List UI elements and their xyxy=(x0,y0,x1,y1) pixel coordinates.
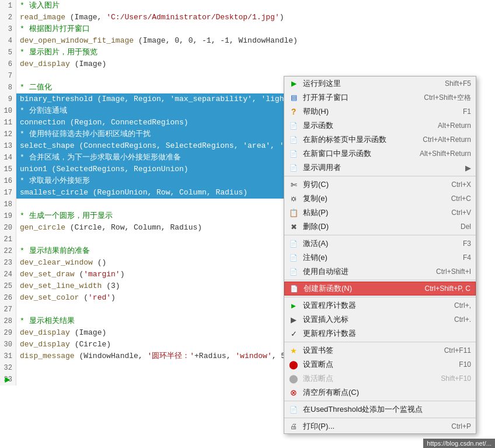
menu-item-label: 显示函数 xyxy=(303,120,333,131)
menu-item-label: 在UsedThreshold处添加一个监视点 xyxy=(303,404,423,415)
delete-icon: ✖ xyxy=(288,223,299,231)
line-number: 19 xyxy=(0,210,16,222)
menu-item-help[interactable]: ?帮助(H)F1 xyxy=(284,105,476,119)
menu-item-set-pc[interactable]: ►设置程序计数器Ctrl+, xyxy=(284,298,476,312)
line-number: 9 xyxy=(0,93,16,105)
menu-item-shortcut: Ctrl+Alt+Return xyxy=(423,136,471,144)
menu-item-set-breakpoint[interactable]: ⬤设置断点F10 xyxy=(284,357,476,371)
line-number: 2 xyxy=(0,12,16,23)
menu-item-shortcut: Ctrl+C xyxy=(451,195,471,203)
line-content: * 生成一个圆形，用于显示 xyxy=(16,210,113,222)
menu-item-open-subwindow[interactable]: ▤打开算子窗口Ctrl+Shift+空格 xyxy=(284,91,476,105)
menu-item-label: 设置程序计数器 xyxy=(303,300,356,311)
menu-item-show-func-newwin[interactable]: 📄在新窗口中显示函数Alt+Shift+Return xyxy=(284,147,476,161)
line-number: 5 xyxy=(0,47,16,58)
line-number: 23 xyxy=(0,257,16,269)
menu-item-new-function[interactable]: 📄创建新函数(N)Ctrl+Shift+P, C xyxy=(284,282,476,296)
line-number: 16 xyxy=(0,175,16,187)
menu-item-show-func-newtab[interactable]: 📄在新的标签页中显示函数Ctrl+Alt+Return xyxy=(284,133,476,147)
menu-item-label: 使用自动缩进 xyxy=(303,266,348,277)
line-content: dev_clear_window () xyxy=(16,257,106,269)
menu-item-auto-indent[interactable]: 📄使用自动缩进Ctrl+Shift+I xyxy=(284,265,476,279)
menu-item-set-bookmark[interactable]: ★设置书签Ctrl+F11 xyxy=(284,343,476,357)
line-content: * 显示结果前的准备 xyxy=(16,245,90,257)
menu-item-activate[interactable]: 📄激活(A)F3 xyxy=(284,237,476,251)
line-content: * 分割连通域 xyxy=(16,105,297,117)
line-content: * 二值化 xyxy=(16,82,52,93)
menu-item-update-pc[interactable]: ✓更新程序计数器 xyxy=(284,327,476,341)
doc-icon: 📄 xyxy=(288,240,299,248)
line-number: 11 xyxy=(0,117,16,129)
line-content: dev_set_color ('red') xyxy=(16,292,116,304)
line-content: * 根据图片打开窗口 xyxy=(16,23,90,35)
menu-item-shortcut: Ctrl+. xyxy=(454,315,471,324)
triangle-icon: ▶ xyxy=(288,315,299,324)
help-icon: ? xyxy=(288,107,299,116)
line-number: 28 xyxy=(0,315,16,327)
line-number: 6 xyxy=(0,58,16,70)
menu-item-label: 帮助(H) xyxy=(303,106,329,117)
cut-icon: ✄ xyxy=(288,180,299,189)
menu-item-label: 注销(e) xyxy=(303,252,327,263)
menu-item-shortcut: Del xyxy=(461,223,471,231)
menu-item-label: 复制(e) xyxy=(303,193,327,204)
menu-item-shortcut: Ctrl+X xyxy=(451,180,471,189)
line-number: 26 xyxy=(0,292,16,304)
menu-item-comment[interactable]: 📄注销(e)F4 xyxy=(284,251,476,265)
menu-item-shortcut: Ctrl+Shift+空格 xyxy=(424,93,471,103)
run-icon: ▶ xyxy=(288,79,299,88)
menu-item-shortcut: Alt+Return xyxy=(438,121,471,130)
program-counter-arrow: ► xyxy=(5,375,11,386)
context-menu[interactable]: ▶运行到这里Shift+F5▤打开算子窗口Ctrl+Shift+空格?帮助(H)… xyxy=(284,76,476,434)
menu-item-shortcut: Ctrl+V xyxy=(451,209,471,217)
doc-icon: 📄 xyxy=(288,164,299,172)
line-number: 21 xyxy=(0,234,16,245)
menu-item-delete[interactable]: ✖删除(D)Del xyxy=(284,220,476,234)
menu-item-label: 激活(A) xyxy=(303,238,328,249)
menu-item-shortcut: F1 xyxy=(463,107,471,116)
menu-item-shortcut: Ctrl+P xyxy=(451,422,471,430)
line-5: 5* 显示图片，用于预览 xyxy=(0,47,495,58)
menu-item-shortcut: F4 xyxy=(463,253,471,262)
red-circle-disabled-icon: ⬤ xyxy=(288,374,299,383)
menu-item-paste[interactable]: 📋粘贴(P)Ctrl+V xyxy=(284,206,476,220)
line-content: dev_set_draw ('margin') xyxy=(16,269,124,280)
line-content: disp_message (WindowHandle, '圆环半径：'+Radi… xyxy=(16,350,295,362)
line-number: 20 xyxy=(0,222,16,234)
menu-item-print[interactable]: 🖨打印(P)...Ctrl+P xyxy=(284,419,476,433)
menu-item-shortcut: Ctrl+Shift+I xyxy=(436,268,471,276)
menu-separator xyxy=(284,342,476,342)
menu-item-activate-breakpoint[interactable]: ⬤激活断点Shift+F10 xyxy=(284,371,476,386)
menu-item-cut[interactable]: ✄剪切(C)Ctrl+X xyxy=(284,178,476,192)
menu-item-copy[interactable]: ⛭复制(e)Ctrl+C xyxy=(284,192,476,206)
menu-item-clear-breakpoints[interactable]: ⊗清空所有断点(C) xyxy=(284,386,476,400)
menu-separator xyxy=(284,176,476,176)
line-content: binary_threshold (Image, Region, 'max_se… xyxy=(16,93,297,105)
line-number: 8 xyxy=(0,82,16,93)
line-number: 10 xyxy=(0,105,16,117)
menu-item-run-here[interactable]: ▶运行到这里Shift+F5 xyxy=(284,77,476,91)
menu-item-label: 打印(P)... xyxy=(303,421,334,432)
line-number: 7 xyxy=(0,70,16,82)
menu-item-label: 删除(D) xyxy=(303,221,329,232)
menu-item-label: 运行到这里 xyxy=(303,78,341,89)
line-content: union1 (SelectedRegions, RegionUnion) xyxy=(16,164,297,175)
menu-item-label: 清空所有断点(C) xyxy=(303,387,359,398)
menu-separator xyxy=(284,401,476,401)
menu-separator xyxy=(284,297,476,297)
line-content: * 显示相关结果 xyxy=(16,315,75,327)
submenu-arrow-icon: ▶ xyxy=(465,164,471,172)
menu-item-add-watchpoint[interactable]: 📄在UsedThreshold处添加一个监视点 xyxy=(284,402,476,416)
line-content: dev_display (Image) xyxy=(16,58,106,70)
menu-item-show-callers[interactable]: 📄显示调用者▶ xyxy=(284,161,476,175)
line-content: dev_display (Image) xyxy=(16,327,106,339)
doc-icon: 📄 xyxy=(288,285,300,293)
menu-item-show-func[interactable]: 📄显示函数Alt+Return xyxy=(284,119,476,133)
line-number: 29 xyxy=(0,327,16,339)
red-circle-x-icon: ⊗ xyxy=(288,388,299,397)
green-arrow-icon: ► xyxy=(288,301,299,310)
menu-item-shortcut: Ctrl+, xyxy=(454,301,471,310)
menu-item-set-cursor[interactable]: ▶设置插入光标Ctrl+. xyxy=(284,312,476,327)
doc-icon: 📄 xyxy=(288,122,299,130)
menu-item-shortcut: Shift+F5 xyxy=(445,79,471,88)
